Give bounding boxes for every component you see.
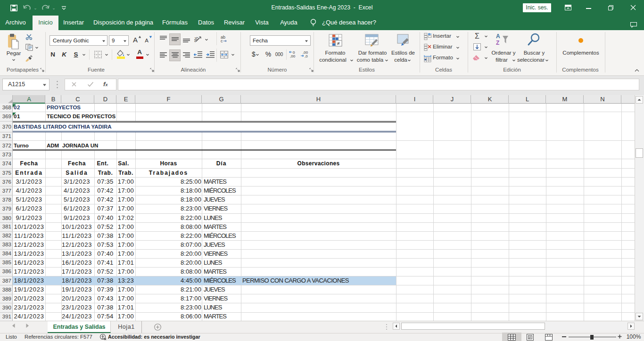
svg-text:c: c — [221, 39, 223, 43]
svg-text:Z: Z — [496, 40, 499, 46]
svg-text:,0: ,0 — [305, 54, 308, 58]
svg-text:,00: ,00 — [290, 54, 296, 58]
svg-text:ab: ab — [194, 35, 200, 43]
svg-text:≠: ≠ — [337, 41, 340, 46]
svg-text:A: A — [496, 33, 500, 40]
